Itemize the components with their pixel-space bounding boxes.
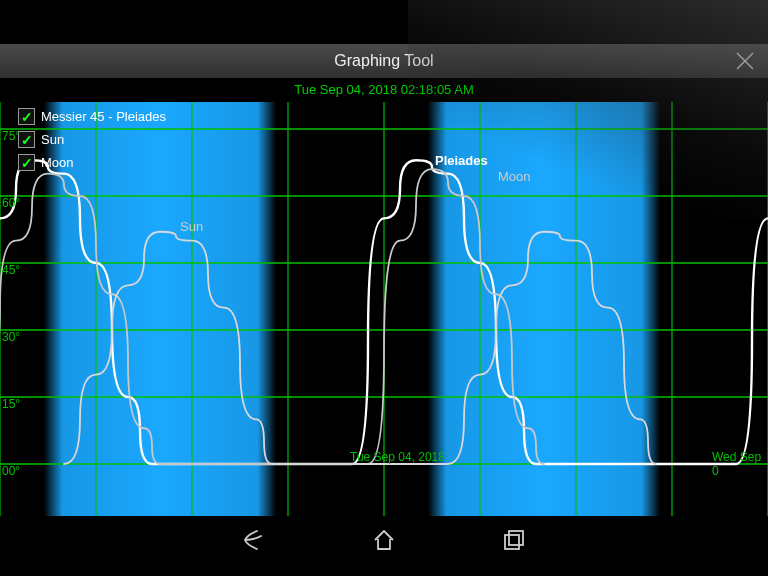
svg-rect-19 — [505, 535, 519, 549]
y-tick-15: 15° — [2, 397, 20, 411]
recents-icon — [499, 525, 529, 555]
home-icon — [369, 525, 399, 555]
svg-rect-3 — [428, 102, 660, 516]
device-frame: Graphing Tool Tue Sep 04, 2018 02:18:05 … — [0, 0, 768, 576]
title-bar: Graphing Tool — [0, 44, 768, 78]
nav-home-button[interactable] — [369, 525, 399, 555]
y-tick-60: 60° — [2, 196, 20, 210]
legend-label: Moon — [41, 155, 74, 170]
checkbox-icon: ✓ — [18, 154, 35, 171]
android-navbar — [0, 516, 768, 564]
timestamp-label: Tue Sep 04, 2018 02:18:05 AM — [0, 82, 768, 102]
legend-label: Sun — [41, 132, 64, 147]
y-tick-30: 30° — [2, 330, 20, 344]
nav-recents-button[interactable] — [499, 525, 529, 555]
checkbox-icon: ✓ — [18, 108, 35, 125]
back-icon — [239, 525, 269, 555]
legend-item-moon[interactable]: ✓ Moon — [18, 154, 166, 171]
checkbox-icon: ✓ — [18, 131, 35, 148]
page-title: Graphing Tool — [334, 52, 433, 70]
legend-label: Messier 45 - Pleiades — [41, 109, 166, 124]
y-tick-45: 45° — [2, 263, 20, 277]
svg-rect-20 — [509, 531, 523, 545]
close-icon — [735, 51, 755, 71]
legend: ✓ Messier 45 - Pleiades ✓ Sun ✓ Moon — [18, 108, 166, 171]
legend-item-pleiades[interactable]: ✓ Messier 45 - Pleiades — [18, 108, 166, 125]
close-button[interactable] — [732, 48, 758, 74]
nav-back-button[interactable] — [239, 525, 269, 555]
y-tick-00: 00° — [2, 464, 20, 478]
legend-item-sun[interactable]: ✓ Sun — [18, 131, 166, 148]
